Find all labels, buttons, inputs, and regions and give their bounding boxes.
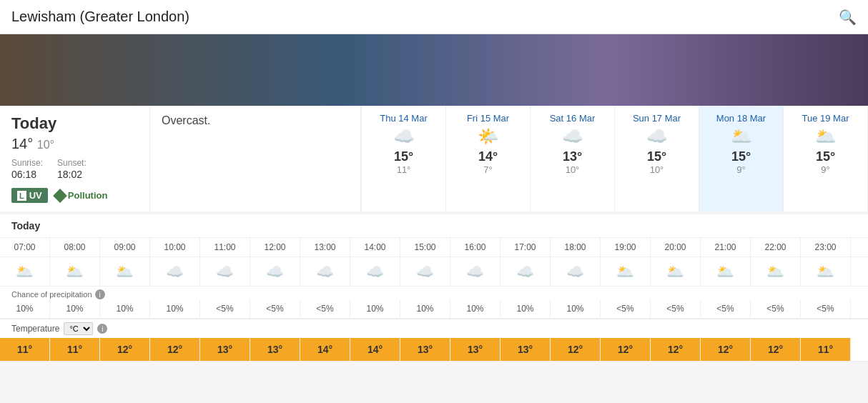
hour-weather-icon: 🌥️ <box>651 257 701 286</box>
uv-badge[interactable]: L UV <box>11 188 48 203</box>
sunrise-time: 06:18 <box>11 169 36 180</box>
hour-label: 22:00 <box>751 238 801 257</box>
hour-weather-icon: 🌥️ <box>0 257 50 286</box>
hour-temp: 11° <box>50 338 100 361</box>
hour-label: 19:00 <box>601 238 651 257</box>
pollution-badge[interactable]: Pollution <box>55 188 108 203</box>
hour-precip: 10% <box>150 299 200 318</box>
hour-precip: <5% <box>200 299 250 318</box>
page-title: Lewisham (Greater London) <box>11 9 189 25</box>
temp-info-icon[interactable]: i <box>97 324 107 334</box>
hourly-section: Today 07:0008:0009:0010:0011:0012:0013:0… <box>0 214 868 362</box>
hour-weather-icon: 🌥️ <box>100 257 150 286</box>
hour-label: 13:00 <box>300 238 350 257</box>
forecast-day-label: Sat 16 Mar <box>536 113 608 124</box>
hour-weather-icon: ☁️ <box>250 257 300 286</box>
hour-label: 15:00 <box>400 238 450 257</box>
hour-weather-icon: 🌥️ <box>701 257 751 286</box>
forecast-day-label: Fri 15 Mar <box>452 113 524 124</box>
hour-weather-icon: ☁️ <box>200 257 250 286</box>
today-hourly-label: Today <box>11 220 40 232</box>
search-button[interactable]: 🔍 <box>839 9 857 26</box>
hour-precip: <5% <box>701 299 751 318</box>
hour-label: 07:00 <box>0 238 50 257</box>
header: Lewisham (Greater London) 🔍 <box>0 0 868 34</box>
forecast-weather-icon: 🌥️ <box>705 126 777 146</box>
forecast-day[interactable]: Thu 14 Mar ☁️ 15° 11° <box>362 106 446 212</box>
weather-description: Overcast. <box>162 114 349 127</box>
hour-label: 11:00 <box>200 238 250 257</box>
icons-row: 🌥️🌥️🌥️☁️☁️☁️☁️☁️☁️☁️☁️☁️🌥️🌥️🌥️🌥️🌥️ <box>0 257 868 287</box>
temp-row: 11°11°12°12°13°13°14°14°13°13°13°12°12°1… <box>0 338 868 362</box>
hour-weather-icon: ☁️ <box>450 257 500 286</box>
hour-temp: 14° <box>350 338 400 361</box>
hour-weather-icon: ☁️ <box>400 257 450 286</box>
hour-weather-icon: ☁️ <box>300 257 350 286</box>
pollution-label: Pollution <box>68 190 108 201</box>
sunset-time: 18:02 <box>57 169 82 180</box>
hour-precip: 10% <box>0 299 50 318</box>
hour-precip: 10% <box>50 299 100 318</box>
hour-precip: <5% <box>801 299 851 318</box>
forecast-low-temp: 10° <box>536 164 608 175</box>
hour-precip: 10% <box>400 299 450 318</box>
hour-temp: 12° <box>751 338 801 361</box>
sunset-label: Sunset: <box>57 158 87 168</box>
today-temperatures: 14° 10° <box>11 136 138 152</box>
hour-temp: 12° <box>100 338 150 361</box>
hour-temp: 13° <box>200 338 250 361</box>
hour-precip: <5% <box>651 299 701 318</box>
forecast-day[interactable]: Sun 17 Mar ☁️ 15° 10° <box>615 106 699 212</box>
forecast-day-label: Tue 19 Mar <box>789 113 862 124</box>
forecast-high-temp: 14° <box>452 149 524 164</box>
forecast-low-temp: 10° <box>621 164 693 175</box>
hour-temp: 13° <box>400 338 450 361</box>
forecast-high-temp: 15° <box>789 149 862 164</box>
hour-precip: <5% <box>601 299 651 318</box>
hour-precip: <5% <box>300 299 350 318</box>
hour-weather-icon: 🌥️ <box>751 257 801 286</box>
today-panel: Today 14° 10° Sunrise: 06:18 Sunset: 18:… <box>0 106 150 212</box>
hour-label: 08:00 <box>50 238 100 257</box>
forecast-day[interactable]: Tue 19 Mar 🌥️ 15° 9° <box>784 106 868 212</box>
hour-label: 12:00 <box>250 238 300 257</box>
precip-row: 10%10%10%10%<5%<5%<5%10%10%10%10%10%<5%<… <box>0 299 868 319</box>
hour-precip: <5% <box>751 299 801 318</box>
forecast-high-temp: 13° <box>536 149 608 164</box>
precip-info-icon[interactable]: i <box>95 289 105 299</box>
precip-label-row: Chance of precipitation i <box>0 287 868 299</box>
precip-label: Chance of precipitation <box>11 290 92 299</box>
sunset-info: Sunset: 18:02 <box>57 158 87 181</box>
hour-weather-icon: 🌥️ <box>601 257 651 286</box>
hour-temp: 12° <box>601 338 651 361</box>
hour-temp: 12° <box>150 338 200 361</box>
forecast-day[interactable]: Fri 15 Mar 🌤️ 14° 7° <box>446 106 531 212</box>
today-high-temp: 14° <box>11 136 33 151</box>
hours-row: 07:0008:0009:0010:0011:0012:0013:0014:00… <box>0 238 868 257</box>
hour-weather-icon: ☁️ <box>150 257 200 286</box>
uv-badge-letter: L <box>17 191 26 201</box>
forecast-weather-icon: 🌥️ <box>789 126 862 146</box>
hour-weather-icon: ☁️ <box>350 257 400 286</box>
hour-temp: 14° <box>300 338 350 361</box>
forecast-day[interactable]: Mon 18 Mar 🌥️ 15° 9° <box>699 106 784 212</box>
hour-weather-icon: 🌥️ <box>50 257 100 286</box>
hour-label: 17:00 <box>500 238 551 257</box>
hour-temp: 12° <box>651 338 701 361</box>
hour-label: 09:00 <box>100 238 150 257</box>
forecast-high-temp: 15° <box>368 149 440 164</box>
forecast-day[interactable]: Sat 16 Mar ☁️ 13° 10° <box>531 106 615 212</box>
hour-weather-icon: ☁️ <box>500 257 551 286</box>
hour-precip: 10% <box>551 299 601 318</box>
forecast-low-temp: 7° <box>452 164 524 175</box>
hour-temp: 12° <box>551 338 601 361</box>
hour-precip: 10% <box>100 299 150 318</box>
hour-temp: 12° <box>701 338 751 361</box>
today-label: Today <box>11 114 138 133</box>
temp-label: Temperature <box>11 324 59 334</box>
forecast-low-temp: 11° <box>368 164 440 175</box>
forecast-weather-icon: ☁️ <box>368 126 440 146</box>
temp-unit-select[interactable]: °C °F <box>64 322 93 335</box>
forecast-low-temp: 9° <box>789 164 862 175</box>
hero-image <box>0 34 868 106</box>
